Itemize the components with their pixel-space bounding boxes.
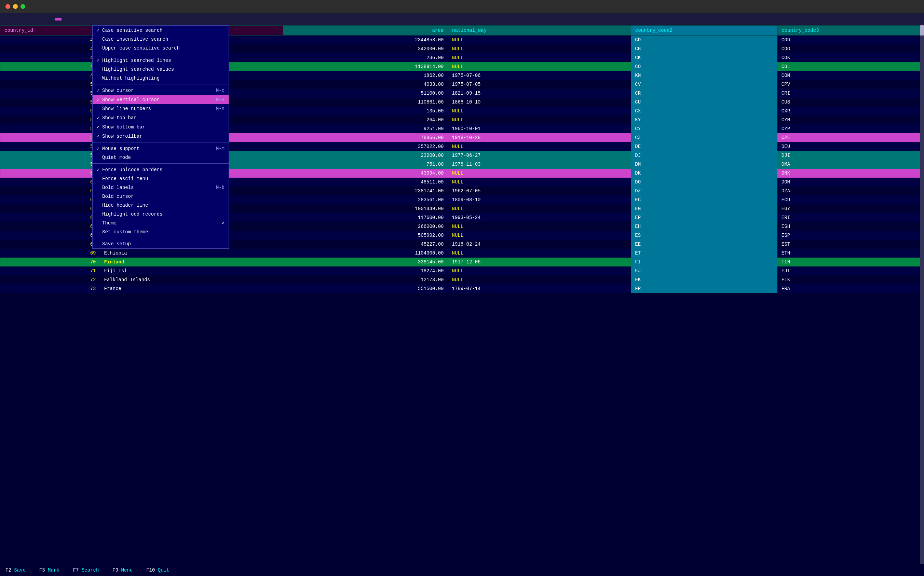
menu-option[interactable]: Save setup xyxy=(93,240,229,248)
cell-area: 236.00 xyxy=(283,53,448,62)
maximize-button[interactable] xyxy=(21,4,25,9)
cell-area: 264.00 xyxy=(283,115,448,124)
menu-option[interactable]: Without highlighting xyxy=(93,74,229,83)
cell-id: 57 xyxy=(0,142,100,151)
cell-area: 266000.00 xyxy=(283,222,448,231)
menu-option[interactable]: Force ascii menu xyxy=(93,174,229,183)
cell-code3: DNK xyxy=(777,169,924,178)
menu-shortcut: M-m xyxy=(216,146,224,151)
cell-area: 135.00 xyxy=(283,107,448,115)
cell-national-day: 1960-10-01 xyxy=(448,124,631,133)
menu-option[interactable]: Highlight odd records xyxy=(93,210,229,219)
cell-code3: DEU xyxy=(777,142,924,151)
menu-option[interactable]: Hide header line xyxy=(93,201,229,210)
menu-check-icon: ✓ xyxy=(97,146,102,151)
menu-option[interactable]: Bold labelsM-b xyxy=(93,183,229,192)
menu-option-label: Show scrollbar xyxy=(102,134,224,139)
cell-area: 12173.00 xyxy=(283,275,448,284)
menu-option[interactable]: ✓Mouse supportM-m xyxy=(93,144,229,153)
cell-national-day: NULL xyxy=(448,45,631,53)
cell-national-day: 1821-09-15 xyxy=(448,89,631,98)
cell-national-day: NULL xyxy=(448,249,631,258)
status-item[interactable]: F9 Menu xyxy=(112,568,133,573)
table-row[interactable]: 71Fiji Isl18274.00NULLFJFJI xyxy=(0,267,924,275)
cell-code3: FRA xyxy=(777,284,924,293)
cell-national-day: 1975-07-06 xyxy=(448,71,631,80)
cell-area: 23200.00 xyxy=(283,151,448,160)
cell-code3: FLK xyxy=(777,275,924,284)
cell-code2: CD xyxy=(631,35,777,45)
table-row[interactable]: 70Finland338145.001917-12-06FIFIN xyxy=(0,258,924,267)
cell-code3: DMA xyxy=(777,160,924,169)
menu-option[interactable]: ✓Show bottom bar xyxy=(93,122,229,131)
menu-option[interactable]: ✓Force unicode borders xyxy=(93,165,229,174)
cell-id: 59 xyxy=(0,160,100,169)
menu-check-icon: ✓ xyxy=(97,115,102,121)
cell-code3: CYM xyxy=(777,115,924,124)
menu-search[interactable] xyxy=(21,18,27,21)
cell-national-day: 1789-07-14 xyxy=(448,284,631,293)
cell-id: 58 xyxy=(0,151,100,160)
menu-option[interactable]: Theme> xyxy=(93,219,229,227)
cell-national-day: 1993-05-24 xyxy=(448,213,631,222)
window-controls xyxy=(5,4,25,9)
menu-check-icon: ✓ xyxy=(97,27,102,33)
menu-check-icon: ✓ xyxy=(97,124,102,130)
menu-option[interactable]: Highlight searched values xyxy=(93,65,229,74)
menu-command[interactable] xyxy=(38,18,45,21)
cell-code2: CG xyxy=(631,45,777,53)
menu-option-label: Case insensitive search xyxy=(102,37,224,42)
cell-code3: ETH xyxy=(777,249,924,258)
menu-option[interactable]: Case insensitive search xyxy=(93,35,229,44)
table-row[interactable]: 72Falkland Islands12173.00NULLFKFLK xyxy=(0,275,924,284)
status-label: Menu xyxy=(121,568,133,573)
cell-id: 53 xyxy=(0,107,100,115)
menu-option[interactable]: Bold cursor xyxy=(93,192,229,201)
cell-national-day: NULL xyxy=(448,222,631,231)
menu-file[interactable] xyxy=(3,18,10,21)
menu-option[interactable]: ✓Case sensitive search xyxy=(93,26,229,35)
menu-options[interactable] xyxy=(54,18,61,21)
minimize-button[interactable] xyxy=(13,4,18,9)
status-key: F3 xyxy=(39,568,48,573)
cell-code2: FR xyxy=(631,284,777,293)
status-item[interactable]: F2 Save xyxy=(5,568,26,573)
status-item[interactable]: F3 Mark xyxy=(39,568,59,573)
cell-national-day: 1917-12-06 xyxy=(448,258,631,267)
cell-code3: CZE xyxy=(777,133,924,142)
menu-option[interactable]: ✓Highlight searched lines xyxy=(93,56,229,65)
cell-code2: CZ xyxy=(631,133,777,142)
status-bar: F2 SaveF3 MarkF7 SearchF9 MenuF10 Quit xyxy=(0,564,924,576)
cell-id: 62 xyxy=(0,187,100,195)
menu-option-label: Mouse support xyxy=(102,146,216,151)
cell-id: 60 xyxy=(0,169,100,178)
cell-code2: KY xyxy=(631,115,777,124)
menu-shortcut: M-n xyxy=(216,106,224,111)
status-item[interactable]: F7 Search xyxy=(73,568,99,573)
menu-option[interactable]: ✓Show vertical cursorM-v xyxy=(93,95,229,104)
cell-id: 65 xyxy=(0,213,100,222)
cell-code2: EH xyxy=(631,222,777,231)
cell-code3: ERI xyxy=(777,213,924,222)
menu-option[interactable]: ✓Show scrollbar xyxy=(93,131,229,141)
cell-national-day: 1868-10-10 xyxy=(448,98,631,107)
cell-national-day: 1918-10-28 xyxy=(448,133,631,142)
cell-id: 68 xyxy=(0,240,100,249)
table-row[interactable]: 73France551500.001789-07-14FRFRA xyxy=(0,284,924,293)
menu-option[interactable]: Show line numbersM-n xyxy=(93,104,229,113)
menu-option[interactable]: ✓Show top bar xyxy=(93,113,229,122)
menu-option[interactable]: Upper case sensitive search xyxy=(93,44,229,53)
cell-code2: CO xyxy=(631,62,777,71)
cell-code3: CYP xyxy=(777,124,924,133)
cell-name: Falkland Islands xyxy=(100,275,283,284)
cell-code2: CV xyxy=(631,80,777,89)
menu-option[interactable]: ✓Show cursorM-c xyxy=(93,86,229,95)
status-item[interactable]: F10 Quit xyxy=(146,568,169,573)
menu-bar xyxy=(0,13,924,25)
close-button[interactable] xyxy=(5,4,10,9)
menu-option[interactable]: Set custom theme xyxy=(93,227,229,237)
cell-code3: COG xyxy=(777,45,924,53)
menu-option[interactable]: Quiet mode xyxy=(93,153,229,162)
table-row[interactable]: 69Ethiopia1104300.00NULLETETH xyxy=(0,249,924,258)
scrollbar[interactable] xyxy=(920,25,924,564)
